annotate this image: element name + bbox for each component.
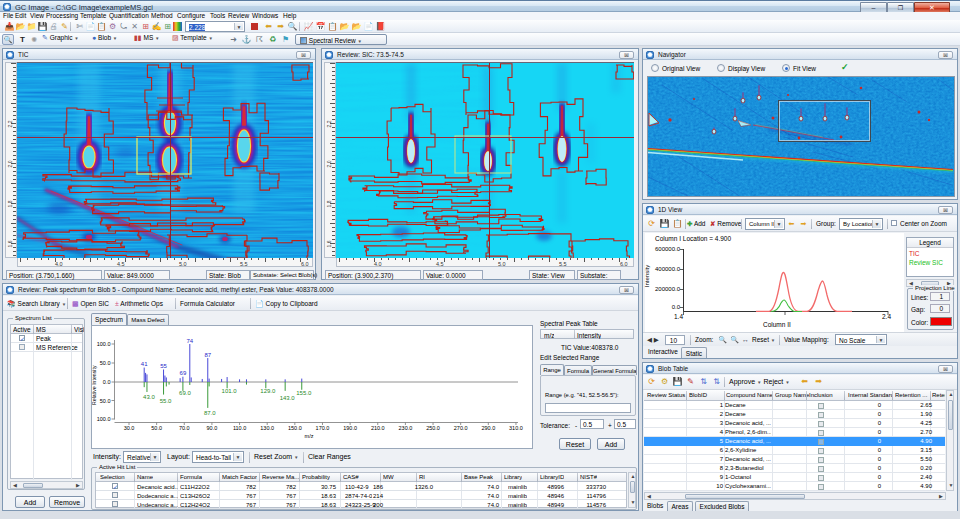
svg-text:41: 41 [141, 361, 148, 367]
svg-text:230.0: 230.0 [399, 425, 413, 431]
svg-text:143.0: 143.0 [280, 395, 296, 401]
svg-text:130.0: 130.0 [260, 425, 274, 431]
svg-text:69: 69 [180, 370, 187, 376]
svg-text:90.0: 90.0 [207, 425, 218, 431]
svg-text:74: 74 [186, 338, 193, 344]
svg-text:110.0: 110.0 [233, 425, 246, 431]
svg-text:50.0: 50.0 [100, 360, 111, 366]
svg-text:55: 55 [160, 363, 167, 369]
svg-text:87: 87 [204, 352, 211, 358]
svg-text:190.0: 190.0 [343, 425, 357, 431]
svg-text:129.0: 129.0 [260, 388, 276, 394]
svg-text:Relative Intensity: Relative Intensity [92, 365, 97, 405]
svg-text:101.0: 101.0 [222, 388, 238, 394]
svg-text:43.0: 43.0 [143, 394, 155, 400]
svg-text:55.0: 55.0 [160, 398, 172, 404]
svg-text:70.0: 70.0 [179, 425, 190, 431]
svg-text:310.0: 310.0 [509, 425, 523, 431]
svg-text:150.0: 150.0 [288, 425, 302, 431]
svg-text:m/z: m/z [305, 433, 314, 439]
svg-text:155.0: 155.0 [296, 390, 312, 396]
svg-text:250.0: 250.0 [426, 425, 440, 431]
svg-text:0.0: 0.0 [103, 379, 111, 385]
svg-text:30.0: 30.0 [124, 425, 135, 431]
svg-text:270.0: 270.0 [454, 425, 468, 431]
svg-text:69.0: 69.0 [179, 390, 191, 396]
svg-text:100.0: 100.0 [97, 416, 111, 422]
svg-text:50.0: 50.0 [100, 398, 111, 404]
svg-text:290.0: 290.0 [481, 425, 495, 431]
svg-text:50.0: 50.0 [151, 425, 162, 431]
svg-text:170.0: 170.0 [316, 425, 330, 431]
svg-text:87.0: 87.0 [204, 410, 216, 416]
svg-text:100.0: 100.0 [97, 341, 111, 347]
svg-text:210.0: 210.0 [371, 425, 385, 431]
